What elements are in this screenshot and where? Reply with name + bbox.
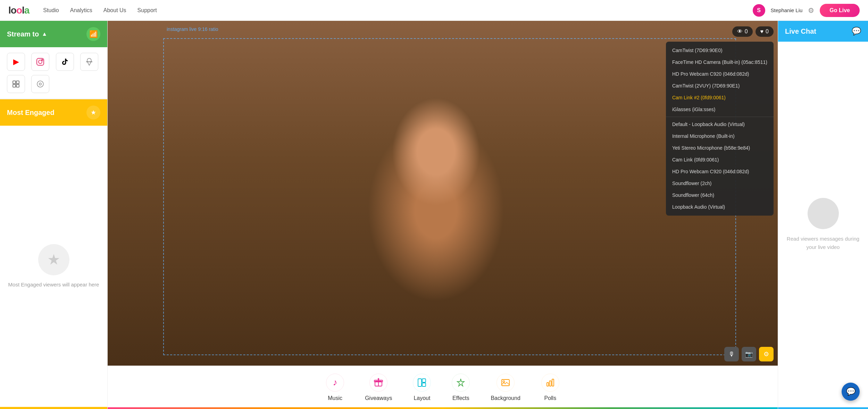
eye-icon: 👁 xyxy=(737,28,743,35)
avatar: S xyxy=(753,4,765,17)
svg-rect-20 xyxy=(549,381,551,386)
platform-restream[interactable] xyxy=(7,75,25,93)
svg-rect-19 xyxy=(547,383,549,386)
most-engaged-title: Most Engaged xyxy=(7,109,55,117)
platform-instagram[interactable] xyxy=(31,53,49,71)
go-live-button[interactable]: Go Live xyxy=(820,4,860,17)
giveaways-label: Giveaways xyxy=(365,395,392,401)
settings-button[interactable]: ⚙ xyxy=(759,347,774,361)
right-sidebar-bar xyxy=(778,407,868,409)
nav-support[interactable]: Support xyxy=(137,7,157,14)
chat-icon: 💬 xyxy=(852,27,861,36)
most-engaged-empty-text: Most Engaged viewers will appear here xyxy=(8,281,99,289)
nav-about[interactable]: About Us xyxy=(103,7,126,14)
heart-icon: ♥ xyxy=(760,28,764,35)
nav-analytics[interactable]: Analytics xyxy=(70,7,92,14)
top-nav: loola Studio Analytics About Us Support … xyxy=(0,0,868,21)
dropdown-divider xyxy=(666,117,774,117)
polls-icon-container xyxy=(541,374,559,392)
stream-to-header[interactable]: Stream to ▲ 📶 xyxy=(0,21,107,47)
microphone-button[interactable]: 🎙 xyxy=(724,347,739,361)
most-engaged-star-button[interactable]: ★ xyxy=(86,106,100,119)
platform-other[interactable] xyxy=(31,75,49,93)
camera-button[interactable]: 📷 xyxy=(742,347,756,361)
video-controls-bar: 🎙 📷 ⚙ xyxy=(724,347,774,361)
audio-option-camlink[interactable]: Cam Link (0fd9:0061) xyxy=(666,154,774,166)
effects-icon xyxy=(456,378,466,387)
audio-option-soundflower2[interactable]: Soundflower (2ch) xyxy=(666,177,774,189)
camera-icon: 📷 xyxy=(745,350,753,358)
tool-background[interactable]: Background xyxy=(491,374,520,401)
view-count: 👁 0 xyxy=(732,26,753,37)
live-chat-title: Live Chat xyxy=(785,27,816,35)
audio-option-hdpro[interactable]: HD Pro Webcam C920 (046d:082d) xyxy=(666,166,774,177)
platform-periscope[interactable] xyxy=(80,53,98,71)
audio-option-yeti[interactable]: Yeti Stereo Microphone (b58e:9e84) xyxy=(666,142,774,154)
svg-point-18 xyxy=(503,381,505,382)
camera-option-facetime[interactable]: FaceTime HD Camera (Built-in) (05ac:8511… xyxy=(666,56,774,68)
tool-effects[interactable]: Effects xyxy=(452,374,470,401)
camera-dropdown: CamTwist (7D69:90E0) FaceTime HD Camera … xyxy=(666,42,774,216)
chat-empty-state: Read viewers messages during your live v… xyxy=(778,42,868,407)
view-like-bar: 👁 0 ♥ 0 xyxy=(732,26,774,37)
tool-polls[interactable]: Polls xyxy=(541,374,559,401)
main-layout: Stream to ▲ 📶 ▶ xyxy=(0,21,868,409)
platform-tiktok[interactable] xyxy=(56,53,74,71)
video-area: instagram live 9:16 ratio 👁 0 ♥ 0 CamTwi… xyxy=(108,21,778,366)
wifi-button[interactable]: 📶 xyxy=(86,27,100,41)
nav-right: S Stephanie Liu ⚙ Go Live xyxy=(753,4,860,17)
chat-floating-button[interactable]: 💬 xyxy=(842,383,860,401)
like-count: ♥ 0 xyxy=(756,26,774,37)
tool-music[interactable]: ♪ Music xyxy=(326,374,344,401)
svg-point-2 xyxy=(42,59,43,60)
svg-rect-14 xyxy=(422,379,426,382)
camera-option-camtwist1[interactable]: CamTwist (7D69:90E0) xyxy=(666,44,774,56)
svg-point-8 xyxy=(37,81,43,87)
camera-option-hdpro1[interactable]: HD Pro Webcam C920 (046d:082d) xyxy=(666,68,774,80)
live-chat-header: Live Chat 💬 xyxy=(778,21,868,42)
audio-option-loopback[interactable]: Loopback Audio (Virtual) xyxy=(666,201,774,213)
audio-option-soundflower64[interactable]: Soundflower (64ch) xyxy=(666,189,774,201)
polls-label: Polls xyxy=(544,395,556,401)
svg-marker-16 xyxy=(457,379,464,386)
background-icon-container xyxy=(496,374,515,392)
tool-layout[interactable]: Layout xyxy=(413,374,431,401)
nav-links: Studio Analytics About Us Support xyxy=(43,7,752,14)
layout-icon xyxy=(417,378,427,387)
microphone-icon: 🎙 xyxy=(728,351,735,358)
wifi-icon: 📶 xyxy=(89,30,98,38)
audio-option-internal[interactable]: Internal Microphone (Built-in) xyxy=(666,130,774,142)
svg-rect-13 xyxy=(418,379,422,386)
center-panel: instagram live 9:16 ratio 👁 0 ♥ 0 CamTwi… xyxy=(108,21,778,409)
logo-text: loola xyxy=(8,5,29,16)
bottom-gradient-bar xyxy=(108,407,778,409)
star-icon: ★ xyxy=(91,109,96,116)
settings-icon: ⚙ xyxy=(763,350,769,358)
chat-empty-text: Read viewers messages during your live v… xyxy=(785,235,861,251)
camera-option-iglasses[interactable]: iGlasses (iGla:sses) xyxy=(666,103,774,115)
right-sidebar: Live Chat 💬 Read viewers messages during… xyxy=(778,21,868,409)
gear-icon[interactable]: ⚙ xyxy=(808,6,814,15)
most-engaged-header[interactable]: Most Engaged ★ xyxy=(0,99,107,126)
camera-option-camtwist2[interactable]: CamTwist (2VUY) (7D69:90E1) xyxy=(666,80,774,92)
svg-rect-5 xyxy=(16,81,19,84)
star-placeholder: ★ xyxy=(38,244,69,275)
chat-avatar-placeholder xyxy=(808,198,839,229)
sidebar-bottom-bar xyxy=(0,407,107,409)
tool-giveaways[interactable]: Giveaways xyxy=(365,374,392,401)
platform-youtube[interactable]: ▶ xyxy=(7,53,25,71)
svg-rect-7 xyxy=(16,84,19,87)
camera-option-camlink-active[interactable]: Cam Link #2 (0fd9:0061) xyxy=(666,92,774,103)
svg-rect-17 xyxy=(502,379,509,386)
instagram-ratio-label: instagram live 9:16 ratio xyxy=(167,26,218,32)
stream-to-title: Stream to ▲ xyxy=(7,30,47,38)
audio-option-default[interactable]: Default - Loopback Audio (Virtual) xyxy=(666,118,774,130)
stream-to-label: Stream to xyxy=(7,30,39,38)
chevron-up-icon: ▲ xyxy=(42,31,47,37)
most-engaged-content: ★ Most Engaged viewers will appear here xyxy=(0,126,107,407)
nav-studio[interactable]: Studio xyxy=(43,7,59,14)
polls-icon xyxy=(545,378,555,387)
svg-rect-6 xyxy=(13,84,16,87)
username-label: Stephanie Liu xyxy=(771,7,803,13)
music-icon-container: ♪ xyxy=(326,374,344,392)
